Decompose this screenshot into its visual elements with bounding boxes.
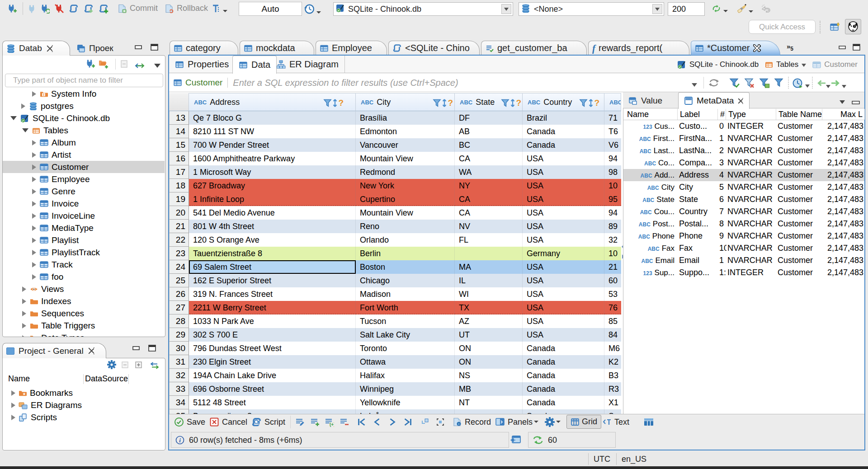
- svg-text:i: i: [179, 437, 181, 444]
- svg-text:(+): (+): [330, 422, 334, 427]
- svg-text:i: i: [458, 422, 459, 426]
